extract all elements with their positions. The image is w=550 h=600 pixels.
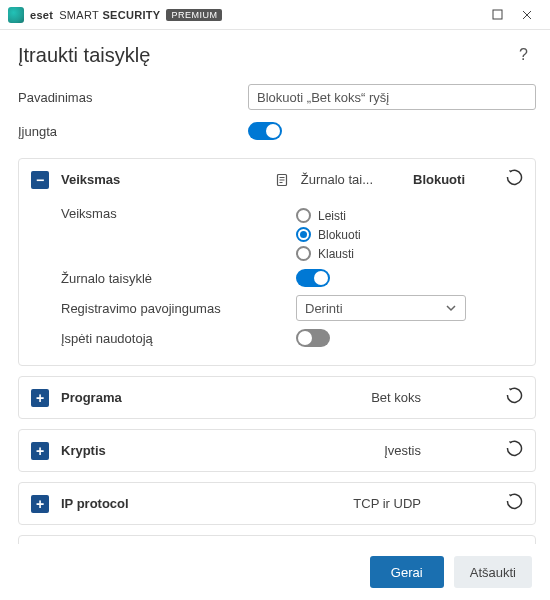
enabled-toggle[interactable] bbox=[248, 122, 282, 140]
panel-action-body: Veiksmas Leisti Blokuoti Klausti bbox=[19, 200, 535, 365]
enabled-label: Įjungta bbox=[18, 124, 248, 139]
brand: eset SMART SECURITY PREMIUM bbox=[8, 7, 482, 23]
panel-action-summary: Blokuoti bbox=[413, 172, 465, 187]
revert-protocol-button[interactable] bbox=[505, 493, 523, 514]
severity-label: Registravimo pavojingumas bbox=[61, 301, 296, 316]
revert-program-button[interactable] bbox=[505, 387, 523, 408]
action-label: Veiksmas bbox=[61, 206, 296, 221]
radio-block[interactable]: Blokuoti bbox=[296, 227, 361, 242]
journal-label: Žurnalo taisyklė bbox=[61, 271, 296, 286]
brand-smart: SMART bbox=[59, 9, 99, 21]
panel-protocol: + IP protocol TCP ir UDP bbox=[18, 482, 536, 525]
panel-protocol-title: IP protocol bbox=[61, 496, 129, 511]
expand-icon[interactable]: + bbox=[31, 442, 49, 460]
revert-direction-button[interactable] bbox=[505, 440, 523, 461]
radio-circle-icon bbox=[296, 208, 311, 223]
page-title: Įtraukti taisyklę bbox=[18, 44, 515, 67]
radio-ask-label: Klausti bbox=[318, 247, 354, 261]
brand-premium: PREMIUM bbox=[166, 9, 222, 21]
journal-row: Žurnalo taisyklė bbox=[61, 263, 523, 293]
panel-direction: + Kryptis Įvestis bbox=[18, 429, 536, 472]
chevron-down-icon bbox=[445, 302, 457, 314]
titlebar: eset SMART SECURITY PREMIUM bbox=[0, 0, 550, 30]
panel-action-head[interactable]: − Veiksmas Žurnalo tai... Blokuoti bbox=[19, 159, 535, 200]
panel-protocol-value: TCP ir UDP bbox=[353, 496, 421, 511]
radio-block-label: Blokuoti bbox=[318, 228, 361, 242]
content-scroll-area[interactable]: Pavadinimas Įjungta − Veiksmas Žurnalo t… bbox=[0, 72, 550, 562]
radio-ask[interactable]: Klausti bbox=[296, 246, 361, 261]
notify-toggle[interactable] bbox=[296, 329, 330, 347]
panel-program-head[interactable]: + Programa Bet koks bbox=[19, 377, 535, 418]
name-input[interactable] bbox=[248, 84, 536, 110]
notify-row: Įspėti naudotoją bbox=[61, 323, 523, 353]
help-icon[interactable]: ? bbox=[515, 42, 532, 68]
maximize-button[interactable] bbox=[482, 0, 512, 30]
panel-protocol-head[interactable]: + IP protocol TCP ir UDP bbox=[19, 483, 535, 524]
svg-rect-0 bbox=[493, 10, 502, 19]
name-row: Pavadinimas bbox=[18, 80, 536, 114]
brand-security: SECURITY bbox=[102, 9, 160, 21]
revert-action-button[interactable] bbox=[505, 169, 523, 190]
clipboard-icon bbox=[275, 173, 289, 187]
close-icon bbox=[521, 9, 533, 21]
name-label: Pavadinimas bbox=[18, 90, 248, 105]
journal-toggle[interactable] bbox=[296, 269, 330, 287]
panel-direction-value: Įvestis bbox=[384, 443, 421, 458]
panel-direction-title: Kryptis bbox=[61, 443, 106, 458]
footer: Gerai Atšaukti bbox=[0, 544, 550, 600]
panel-action-title: Veiksmas bbox=[61, 172, 120, 187]
maximize-icon bbox=[492, 9, 503, 20]
radio-allow[interactable]: Leisti bbox=[296, 208, 361, 223]
cancel-button[interactable]: Atšaukti bbox=[454, 556, 532, 588]
action-radio-group: Leisti Blokuoti Klausti bbox=[296, 206, 361, 263]
panel-action-log-summary: Žurnalo tai... bbox=[301, 172, 373, 187]
eset-logo bbox=[8, 7, 24, 23]
close-button[interactable] bbox=[512, 0, 542, 30]
panel-program-value: Bet koks bbox=[371, 390, 421, 405]
severity-value: Derinti bbox=[305, 301, 343, 316]
severity-select[interactable]: Derinti bbox=[296, 295, 466, 321]
enabled-row: Įjungta bbox=[18, 114, 536, 148]
panel-direction-head[interactable]: + Kryptis Įvestis bbox=[19, 430, 535, 471]
expand-icon[interactable]: + bbox=[31, 389, 49, 407]
radio-circle-icon bbox=[296, 246, 311, 261]
ok-button[interactable]: Gerai bbox=[370, 556, 444, 588]
page-header: Įtraukti taisyklę ? bbox=[0, 30, 550, 72]
panel-action: − Veiksmas Žurnalo tai... Blokuoti Veiks… bbox=[18, 158, 536, 366]
radio-allow-label: Leisti bbox=[318, 209, 346, 223]
panel-program-title: Programa bbox=[61, 390, 122, 405]
expand-icon[interactable]: + bbox=[31, 495, 49, 513]
severity-row: Registravimo pavojingumas Derinti bbox=[61, 293, 523, 323]
notify-label: Įspėti naudotoją bbox=[61, 331, 296, 346]
collapse-icon[interactable]: − bbox=[31, 171, 49, 189]
panel-program: + Programa Bet koks bbox=[18, 376, 536, 419]
brand-eset: eset bbox=[30, 9, 53, 21]
radio-circle-selected-icon bbox=[296, 227, 311, 242]
